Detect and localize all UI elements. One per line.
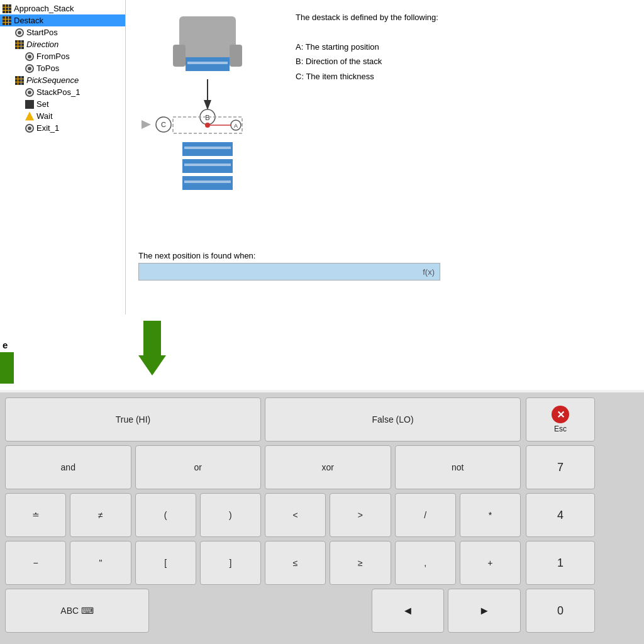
- label-b: B: Direction of the stack: [296, 54, 438, 69]
- svg-rect-0: [179, 16, 236, 60]
- circle-icon: [25, 124, 34, 133]
- label-c: C: The item thickness: [296, 69, 438, 84]
- sidebar-item-frompos[interactable]: FromPos: [0, 50, 125, 62]
- sidebar-item-approach-stack[interactable]: Approach_Stack: [0, 3, 125, 14]
- minus-icon: [25, 100, 34, 109]
- open-paren-button[interactable]: (: [135, 493, 196, 537]
- sidebar-label-direction: Direction: [26, 40, 58, 49]
- arrow-head: [138, 355, 166, 375]
- grid-icon: [15, 76, 24, 85]
- description-text: The destack is defined by the following:…: [296, 10, 438, 84]
- sidebar-item-direction[interactable]: Direction: [0, 38, 125, 50]
- circle-icon: [25, 88, 34, 97]
- svg-rect-21: [184, 180, 231, 183]
- esc-label: Esc: [554, 425, 567, 433]
- keyboard-row-2: and or xor not: [5, 445, 521, 489]
- num0-button[interactable]: 0: [526, 589, 595, 633]
- next-position-input[interactable]: f(x): [138, 263, 440, 280]
- num1-button[interactable]: 1: [526, 541, 595, 585]
- right-arrow-button[interactable]: ►: [448, 589, 521, 633]
- not-button[interactable]: not: [395, 445, 521, 489]
- open-bracket-button[interactable]: [: [135, 541, 196, 585]
- sidebar-item-wait[interactable]: Wait: [0, 110, 125, 122]
- next-position-section: The next position is found when: f(x): [138, 251, 631, 280]
- next-position-value: f(x): [423, 267, 435, 277]
- sidebar-item-exit1[interactable]: Exit_1: [0, 122, 125, 134]
- sidebar-item-stackpos1[interactable]: StackPos_1: [0, 86, 125, 98]
- comma-button[interactable]: ,: [395, 541, 456, 585]
- esc-x-icon: ✕: [552, 406, 569, 423]
- sidebar-item-startpos[interactable]: StartPos: [0, 26, 125, 38]
- gte-button[interactable]: ≥: [330, 541, 391, 585]
- sidebar: Approach_Stack Destack StartPos Directio…: [0, 0, 126, 314]
- next-position-label: The next position is found when:: [138, 251, 631, 260]
- quote-button[interactable]: ": [70, 541, 131, 585]
- right-arrow-icon: ►: [479, 604, 490, 618]
- green-arrow: [138, 321, 166, 375]
- svg-marker-8: [142, 120, 151, 129]
- diagram-area: B C A: [138, 10, 631, 238]
- circle-icon: [15, 28, 24, 37]
- sidebar-label-stackpos1: StackPos_1: [36, 87, 80, 97]
- or-button[interactable]: or: [135, 445, 262, 489]
- grid-icon: [3, 4, 11, 13]
- keyboard-row-1: True (HI) False (LO): [5, 397, 521, 441]
- num4-button[interactable]: 4: [526, 493, 595, 537]
- gt-button[interactable]: >: [330, 493, 391, 537]
- svg-point-14: [205, 123, 210, 128]
- svg-rect-4: [187, 62, 228, 64]
- sidebar-label-exit1: Exit_1: [36, 123, 59, 133]
- and-button[interactable]: and: [5, 445, 131, 489]
- num7-button[interactable]: 7: [526, 445, 595, 489]
- svg-text:B: B: [205, 114, 209, 121]
- description-main: The destack is defined by the following:: [296, 10, 438, 25]
- sidebar-label-startpos: StartPos: [26, 28, 58, 37]
- keyboard-main: True (HI) False (LO) and or xor not ≐ ≠ …: [5, 397, 521, 639]
- keyboard-row-4: − " [ ] ≤ ≥ , +: [5, 541, 521, 585]
- svg-rect-2: [230, 45, 242, 67]
- sidebar-label-destack: Destack: [14, 16, 43, 25]
- sidebar-label-topos: ToPos: [36, 64, 59, 73]
- sidebar-item-set[interactable]: Set: [0, 98, 125, 110]
- svg-text:A: A: [234, 123, 238, 129]
- sidebar-item-picksequence[interactable]: PickSequence: [0, 74, 125, 86]
- eq-button[interactable]: ≐: [5, 493, 66, 537]
- sidebar-label-set: Set: [36, 99, 49, 109]
- sidebar-label-approach-stack: Approach_Stack: [14, 4, 74, 13]
- svg-text:C: C: [161, 121, 166, 128]
- neq-button[interactable]: ≠: [70, 493, 131, 537]
- mul-button[interactable]: *: [460, 493, 521, 537]
- false-lo-button[interactable]: False (LO): [265, 397, 521, 441]
- close-paren-button[interactable]: ): [200, 493, 261, 537]
- grid-icon: [15, 40, 24, 49]
- left-arrow-button[interactable]: ◄: [372, 589, 445, 633]
- esc-button[interactable]: ✕ Esc: [526, 397, 595, 441]
- minus-button[interactable]: −: [5, 541, 66, 585]
- div-button[interactable]: /: [395, 493, 456, 537]
- e-label: e: [0, 340, 8, 350]
- circle-icon: [25, 64, 34, 73]
- arrow-shaft: [143, 321, 161, 355]
- keyboard-right: ✕ Esc 7 4 1 0: [526, 397, 595, 639]
- label-a: A: The starting position: [296, 40, 438, 54]
- svg-rect-20: [184, 164, 231, 166]
- grid-icon: [3, 16, 11, 25]
- xor-button[interactable]: xor: [265, 445, 391, 489]
- sidebar-item-destack[interactable]: Destack: [0, 14, 125, 26]
- close-bracket-button[interactable]: ]: [200, 541, 261, 585]
- robot-diagram: B C A: [138, 10, 277, 238]
- svg-rect-19: [184, 147, 231, 149]
- sidebar-label-picksequence: PickSequence: [26, 75, 79, 85]
- abc-button[interactable]: ABC ⌨: [5, 589, 149, 633]
- keyboard-section: True (HI) False (LO) and or xor not ≐ ≠ …: [0, 392, 644, 644]
- sidebar-label-frompos: FromPos: [36, 52, 70, 61]
- true-hi-button[interactable]: True (HI): [5, 397, 261, 441]
- wait-icon: [25, 112, 34, 121]
- plus-button[interactable]: +: [460, 541, 521, 585]
- lt-button[interactable]: <: [265, 493, 326, 537]
- circle-icon: [25, 52, 34, 61]
- svg-rect-1: [173, 45, 186, 67]
- sidebar-item-topos[interactable]: ToPos: [0, 62, 125, 74]
- sidebar-label-wait: Wait: [36, 111, 53, 121]
- lte-button[interactable]: ≤: [265, 541, 326, 585]
